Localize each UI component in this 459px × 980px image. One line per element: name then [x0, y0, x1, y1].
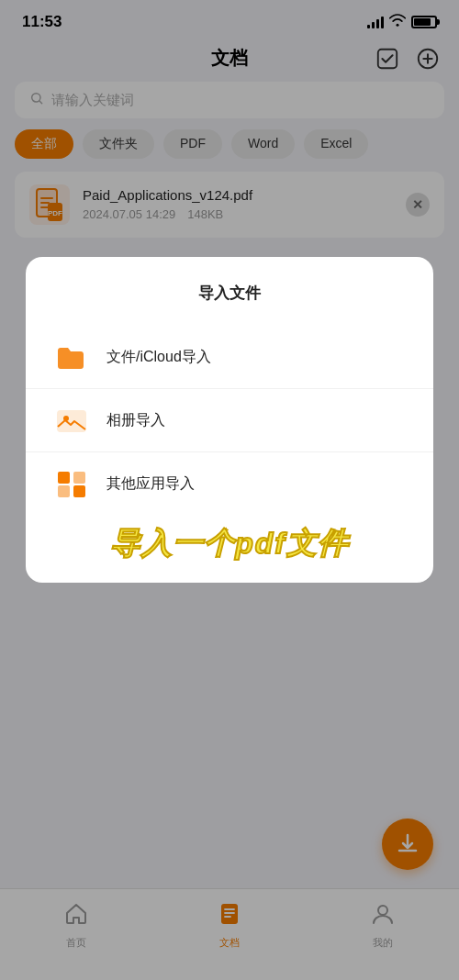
photo-icon — [55, 404, 88, 437]
svg-rect-8 — [58, 411, 85, 431]
import-modal: 导入文件 文件/iCloud导入 相册导入 其他 — [26, 257, 433, 583]
apps-icon — [55, 467, 88, 500]
svg-rect-10 — [58, 472, 70, 484]
import-other-label: 其他应用导入 — [106, 474, 195, 494]
import-other-button[interactable]: 其他应用导入 — [26, 451, 433, 515]
folder-icon — [55, 340, 88, 373]
svg-rect-11 — [73, 472, 85, 484]
svg-rect-13 — [73, 485, 85, 497]
modal-title: 导入文件 — [26, 283, 433, 304]
annotation-text: 导入一个pdf文件 — [26, 524, 433, 564]
import-photo-button[interactable]: 相册导入 — [26, 388, 433, 451]
import-photo-label: 相册导入 — [106, 411, 165, 430]
import-icloud-label: 文件/iCloud导入 — [106, 348, 211, 367]
svg-rect-12 — [58, 485, 70, 497]
import-icloud-button[interactable]: 文件/iCloud导入 — [26, 326, 433, 388]
